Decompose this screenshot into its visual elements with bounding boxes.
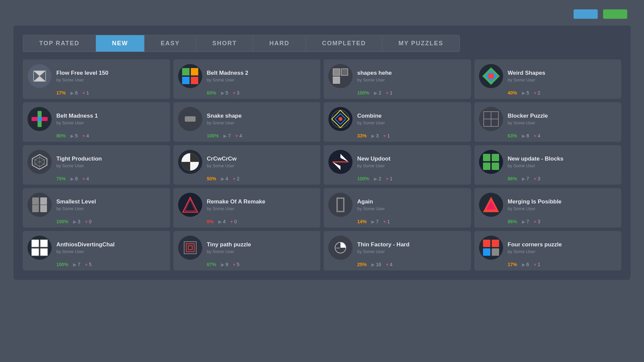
stat-likes: ♥ 4 <box>386 262 393 267</box>
card-info: Againby Some User <box>357 198 466 211</box>
puzzle-card[interactable]: Blocker Puzzleby Some User63%▶ 8♥ 4 <box>474 102 622 142</box>
puzzle-author: by Some User <box>207 249 315 254</box>
puzzle-card[interactable]: New update - Blocksby Some User86%▶ 7♥ 3 <box>474 145 622 185</box>
puzzle-title: Tight Production <box>56 156 165 162</box>
stat-likes: ♥ 4 <box>83 176 89 181</box>
puzzle-thumbnail <box>28 236 52 260</box>
stat-plays: ▶ 8 <box>70 176 78 181</box>
stat-percent: 100% <box>56 262 68 267</box>
puzzle-card[interactable]: New Updootby Some User100%▶ 2♥ 1 <box>324 145 471 185</box>
stat-likes: ♥ 1 <box>386 176 393 181</box>
stat-percent: 17% <box>56 90 66 96</box>
puzzle-card[interactable]: Againby Some User14%▶ 7♥ 1 <box>324 188 471 228</box>
card-top: Combineby Some User <box>328 107 466 131</box>
puzzle-card[interactable]: Belt Madness 2by Some User60%▶ 5♥ 3 <box>173 59 321 99</box>
puzzle-card[interactable]: AnthiosDivertingChalby Some User100%▶ 7♥… <box>23 231 170 270</box>
card-top: Four corners puzzleby Some User <box>479 236 616 260</box>
stat-plays: ▶ 6 <box>70 90 78 96</box>
card-stats: 40%▶ 5♥ 2 <box>479 90 616 96</box>
puzzle-card[interactable]: Tight Productionby Some User75%▶ 8♥ 4 <box>23 145 170 185</box>
svg-rect-13 <box>333 77 340 83</box>
card-stats: 63%▶ 8♥ 4 <box>479 133 616 138</box>
puzzle-thumbnail <box>479 107 503 131</box>
header-right <box>574 9 627 19</box>
puzzle-card[interactable]: CrCwCrCwby Some User50%▶ 4♥ 2 <box>173 145 321 185</box>
puzzle-thumbnail <box>328 150 353 174</box>
svg-rect-75 <box>492 248 499 256</box>
stat-plays: ▶ 7 <box>371 219 379 224</box>
puzzle-title: Combine <box>357 113 466 119</box>
puzzle-card[interactable]: Snake shapeby Some User100%▶ 7♥ 4 <box>173 102 321 142</box>
stat-plays: ▶ 3 <box>371 133 379 138</box>
load-button[interactable] <box>574 9 598 19</box>
tab-top-rated[interactable]: TOP RATED <box>23 35 96 52</box>
puzzle-card[interactable]: Smallest Levelby Some User100%▶ 3♥ 0 <box>23 188 170 228</box>
card-stats: 17%▶ 6♥ 1 <box>28 90 165 96</box>
puzzle-card[interactable]: Four corners puzzleby Some User17%▶ 6♥ 1 <box>474 231 622 270</box>
card-top: Tiny path puzzleby Some User <box>178 236 315 260</box>
card-top: shapes heheby Some User <box>328 64 466 88</box>
puzzle-thumbnail <box>28 64 52 88</box>
card-info: Merging Is Posibbleby Some User <box>508 198 616 211</box>
svg-rect-12 <box>341 69 348 75</box>
stat-plays: ▶ 5 <box>221 90 228 96</box>
card-stats: 60%▶ 5♥ 3 <box>178 90 315 96</box>
tab-completed[interactable]: COMPLETED <box>306 35 382 52</box>
puzzle-card[interactable]: Flow Free level 150by Some User17%▶ 6♥ 1 <box>23 59 170 99</box>
svg-rect-74 <box>483 248 490 256</box>
stat-percent: 100% <box>357 176 369 181</box>
card-info: Four corners puzzleby Some User <box>508 241 616 254</box>
tab-my-puzzles[interactable]: MY PUZZLES <box>382 35 460 52</box>
tab-new[interactable]: NEW <box>96 35 145 52</box>
svg-point-71 <box>479 236 503 260</box>
puzzle-card[interactable]: Weird Shapesby Some User40%▶ 5♥ 2 <box>474 59 622 99</box>
puzzle-card[interactable]: Merging Is Posibbleby Some User86%▶ 7♥ 3 <box>474 188 622 228</box>
svg-rect-72 <box>483 240 490 247</box>
tab-easy[interactable]: EASY <box>145 35 196 52</box>
puzzle-card[interactable]: shapes heheby Some User100%▶ 2♥ 1 <box>324 59 471 99</box>
stat-likes: ♥ 3 <box>534 176 540 181</box>
card-info: CrCwCrCwby Some User <box>207 156 315 168</box>
stat-likes: ♥ 4 <box>534 133 540 138</box>
puzzle-thumbnail <box>28 193 52 217</box>
card-stats: 100%▶ 2♥ 1 <box>328 90 466 96</box>
puzzle-card[interactable]: Tiny path puzzleby Some User67%▶ 9♥ 5 <box>173 231 321 270</box>
puzzle-card[interactable]: Combineby Some User33%▶ 3♥ 1 <box>324 102 471 142</box>
stat-percent: 14% <box>357 219 367 224</box>
svg-point-61 <box>28 236 52 260</box>
puzzle-title: AnthiosDivertingChal <box>56 241 165 248</box>
svg-rect-11 <box>333 69 340 75</box>
stat-plays: ▶ 5 <box>522 90 529 96</box>
card-top: Merging Is Posibbleby Some User <box>479 193 616 217</box>
card-stats: 67%▶ 9♥ 5 <box>178 262 315 267</box>
svg-point-66 <box>178 236 202 260</box>
create-puzzle-button[interactable] <box>603 9 627 19</box>
stat-percent: 33% <box>357 133 367 138</box>
card-top: New update - Blocksby Some User <box>479 150 616 174</box>
puzzle-card[interactable]: Thin Factory - Hardby Some User25%▶ 16♥ … <box>324 231 471 270</box>
puzzle-author: by Some User <box>357 120 466 125</box>
puzzle-card[interactable]: Belt Madness 1by Some User80%▶ 5♥ 4 <box>23 102 170 142</box>
stat-likes: ♥ 5 <box>85 262 92 267</box>
puzzle-thumbnail <box>178 150 202 174</box>
tab-hard[interactable]: HARD <box>253 35 306 52</box>
puzzle-title: Blocker Puzzle <box>508 113 616 119</box>
puzzle-title: CrCwCrCw <box>207 156 315 162</box>
svg-rect-21 <box>185 116 196 122</box>
svg-rect-46 <box>483 163 490 170</box>
puzzle-author: by Some User <box>207 163 315 168</box>
stat-plays: ▶ 7 <box>73 262 80 267</box>
puzzle-card[interactable]: Remake Of A Remakeby Some User0%▶ 4♥ 0 <box>173 188 321 228</box>
stat-percent: 25% <box>357 262 367 267</box>
card-info: New update - Blocksby Some User <box>508 156 616 168</box>
puzzle-thumbnail <box>178 64 202 88</box>
puzzle-title: Tiny path puzzle <box>207 241 315 248</box>
puzzle-author: by Some User <box>508 206 616 211</box>
tab-short[interactable]: SHORT <box>196 35 253 52</box>
puzzle-author: by Some User <box>207 77 315 82</box>
puzzle-thumbnail <box>28 107 52 131</box>
puzzle-author: by Some User <box>357 77 466 82</box>
card-stats: 100%▶ 2♥ 1 <box>328 176 466 181</box>
puzzle-title: Merging Is Posibble <box>508 198 616 205</box>
stat-likes: ♥ 2 <box>233 176 239 181</box>
